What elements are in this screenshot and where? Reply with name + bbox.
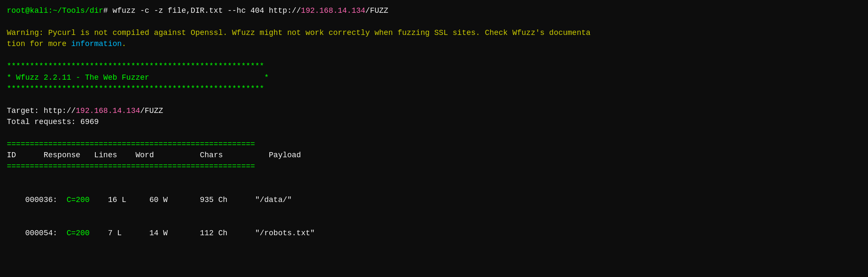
warning-line-2: tion for more information. [7, 38, 861, 49]
empty-line-2 [7, 49, 861, 61]
result-1-word: 60 W [149, 196, 168, 204]
command-line: root@kali:~/Tools/dir# wfuzz -c -z file,… [7, 5, 861, 16]
col-payload: Payload [269, 151, 301, 159]
empty-line-3 [7, 94, 861, 105]
result-1-spacer-1 [57, 196, 67, 204]
information-link: information [71, 40, 122, 48]
empty-line-5 [7, 172, 861, 183]
empty-line-4 [7, 127, 861, 138]
command-suffix: /FUZZ [365, 6, 388, 15]
warning-text-2: tion for more [7, 40, 71, 48]
terminal-window: root@kali:~/Tools/dir# wfuzz -c -z file,… [7, 5, 861, 250]
result-row-1: 000036: C=200 16 L 60 W 935 Ch "/data/" [7, 183, 861, 216]
result-1-id: 000036: [25, 196, 57, 204]
col-response: Response [43, 151, 80, 159]
target-label: Target: http:// [7, 107, 76, 115]
col-spacer-5 [223, 151, 269, 159]
banner-line: * Wfuzz 2.2.11 - The Web Fuzzer * [7, 72, 861, 83]
result-1-spacer-5 [228, 196, 255, 204]
result-1-spacer-4 [168, 196, 200, 204]
result-2-spacer-4 [168, 229, 200, 237]
warning-line-1: Warning: Pycurl is not compiled against … [7, 27, 861, 38]
col-word: Word [135, 151, 154, 159]
target-path: /FUZZ [140, 107, 163, 115]
result-2-spacer-1 [57, 229, 67, 237]
result-1-code: C=200 [66, 196, 89, 204]
result-row-2: 000054: C=200 7 L 14 W 112 Ch "/robots.t… [7, 216, 861, 250]
result-2-payload: "/robots.txt" [255, 229, 314, 237]
separator-bottom: ========================================… [7, 161, 861, 172]
col-spacer-2 [80, 151, 94, 159]
command-ip: 192.168.14.134 [301, 6, 365, 15]
col-lines: Lines [94, 151, 117, 159]
warning-label: Warning: [7, 29, 43, 37]
result-2-spacer-5 [228, 229, 255, 237]
col-spacer-1 [16, 151, 44, 159]
result-1-chars: 935 Ch [200, 196, 228, 204]
prompt-hash: # [103, 6, 108, 15]
result-2-spacer-2 [89, 229, 108, 237]
result-2-chars: 112 Ch [200, 229, 228, 237]
target-ip: 192.168.14.134 [76, 107, 140, 115]
result-2-spacer-3 [122, 229, 149, 237]
result-1-spacer-2 [89, 196, 108, 204]
result-1-spacer-3 [126, 196, 149, 204]
warning-text-1: Pycurl is not compiled against Openssl. … [43, 29, 590, 37]
result-2-id: 000054: [25, 229, 57, 237]
result-1-lines: 16 L [108, 196, 126, 204]
result-1-payload: "/data/" [255, 196, 291, 204]
col-spacer-3 [117, 151, 135, 159]
separator-top: ========================================… [7, 138, 861, 150]
warning-text-3: . [122, 40, 126, 48]
total-requests: Total requests: 6969 [7, 118, 99, 126]
prompt-user-host: root@kali:~/Tools/dir [7, 6, 103, 15]
result-2-code: C=200 [66, 229, 89, 237]
total-requests-line: Total requests: 6969 [7, 116, 861, 127]
col-chars: Chars [200, 151, 223, 159]
divider-top: ****************************************… [7, 61, 861, 72]
command-prefix: wfuzz -c -z file,DIR.txt --hc 404 http:/… [108, 6, 301, 15]
result-2-word: 14 W [149, 229, 168, 237]
column-headers: ID Response Lines Word Chars Payload [7, 150, 861, 161]
result-2-lines: 7 L [108, 229, 122, 237]
col-spacer-4 [154, 151, 200, 159]
divider-bottom: ****************************************… [7, 83, 861, 94]
col-id: ID [7, 151, 16, 159]
target-line: Target: http://192.168.14.134/FUZZ [7, 105, 861, 116]
empty-line-1 [7, 16, 861, 27]
